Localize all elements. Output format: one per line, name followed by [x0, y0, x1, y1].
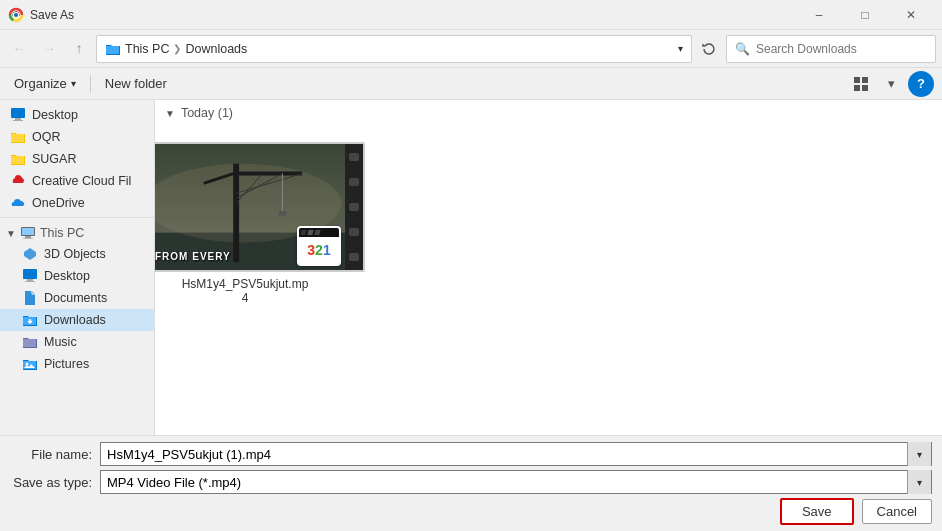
sidebar: Desktop 📌 ⌃ OQR SUGAR Creativ [0, 100, 155, 435]
sidebar-label-music: Music [44, 335, 77, 349]
sidebar-label-desktop: Desktop [32, 108, 78, 122]
close-button[interactable]: ✕ [888, 0, 934, 30]
svg-rect-30 [278, 211, 286, 216]
view-toggle-button[interactable] [848, 71, 874, 97]
sidebar-item-desktop2[interactable]: Desktop [0, 265, 154, 287]
app-icon [8, 7, 24, 23]
svg-point-4 [14, 13, 18, 17]
bottom-area: File name: ▾ Save as type: ▾ Save Cancel [0, 435, 942, 531]
film-hole [349, 153, 359, 161]
organize-label: Organize [14, 76, 67, 91]
search-input[interactable] [756, 42, 927, 56]
svg-rect-10 [15, 118, 21, 120]
sidebar-item-pictures[interactable]: Pictures [0, 353, 154, 375]
badge-1: 1 [323, 243, 331, 257]
refresh-button[interactable] [696, 36, 722, 62]
film-hole [349, 203, 359, 211]
svg-rect-5 [854, 77, 860, 83]
sidebar-label-creative-cloud: Creative Cloud Fil [32, 174, 131, 188]
svg-rect-23 [233, 164, 239, 262]
sidebar-label-oqr: OQR [32, 130, 60, 144]
svg-rect-7 [854, 85, 860, 91]
sidebar-label-downloads: Downloads [44, 313, 106, 327]
sidebar-item-3d-objects[interactable]: 3D Objects [0, 243, 154, 265]
save-button[interactable]: Save [780, 498, 854, 525]
film-hole [349, 228, 359, 236]
sidebar-item-creative-cloud[interactable]: Creative Cloud Fil [0, 170, 154, 192]
sidebar-item-sugar[interactable]: SUGAR [0, 148, 154, 170]
new-folder-label: New folder [105, 76, 167, 91]
window-title: Save As [30, 8, 74, 22]
sidebar-divider-1 [0, 217, 154, 218]
sidebar-item-downloads[interactable]: Downloads [0, 309, 154, 331]
breadcrumb-bar[interactable]: This PC ❯ Downloads ▾ [96, 35, 692, 63]
sidebar-this-pc[interactable]: ▼ This PC [0, 221, 154, 243]
desktop2-icon [22, 268, 38, 284]
sidebar-label-3d-objects: 3D Objects [44, 247, 106, 261]
help-button[interactable]: ? [908, 71, 934, 97]
sidebar-label-pictures: Pictures [44, 357, 89, 371]
file-name-label: File name: [10, 447, 100, 462]
forward-button[interactable]: → [36, 36, 62, 62]
organize-button[interactable]: Organize ▾ [8, 72, 82, 95]
svg-rect-16 [23, 269, 37, 279]
toolbar-separator [90, 75, 91, 93]
action-row: Save Cancel [10, 498, 932, 525]
sidebar-label-desktop2: Desktop [44, 269, 90, 283]
onedrive-icon [10, 195, 26, 211]
save-type-dropdown[interactable]: ▾ [907, 470, 931, 494]
minimize-button[interactable]: – [796, 0, 842, 30]
svg-rect-18 [25, 281, 35, 282]
svg-rect-14 [25, 236, 31, 238]
organize-dropdown-icon: ▾ [71, 78, 76, 89]
group-label: Today (1) [181, 106, 233, 120]
breadcrumb-sep-1: ❯ [173, 43, 181, 54]
badge-2: 2 [315, 243, 323, 257]
sidebar-item-desktop[interactable]: Desktop 📌 ⌃ [0, 104, 154, 126]
sidebar-label-onedrive: OneDrive [32, 196, 85, 210]
title-bar: Save As – □ ✕ [0, 0, 942, 30]
save-type-input[interactable] [101, 471, 907, 493]
file-name-row: File name: ▾ [10, 442, 932, 466]
up-button[interactable]: ↑ [66, 36, 92, 62]
film-hole [349, 178, 359, 186]
file-name-input-wrap: ▾ [100, 442, 932, 466]
sidebar-item-documents[interactable]: Documents [0, 287, 154, 309]
group-header-today[interactable]: ▼ Today (1) [155, 100, 942, 126]
toolbar: Organize ▾ New folder ▾ ? [0, 68, 942, 100]
sidebar-item-music[interactable]: Music [0, 331, 154, 353]
svg-rect-9 [11, 108, 25, 118]
svg-rect-13 [22, 228, 34, 235]
desktop-icon [10, 107, 26, 123]
svg-rect-6 [862, 77, 868, 83]
sugar-folder-icon [10, 151, 26, 167]
view-dropdown-button[interactable]: ▾ [878, 71, 904, 97]
main-area: Desktop 📌 ⌃ OQR SUGAR Creativ [0, 100, 942, 435]
back-button[interactable]: ← [6, 36, 32, 62]
svg-rect-8 [862, 85, 868, 91]
music-icon [22, 334, 38, 350]
file-name-input[interactable] [101, 443, 907, 465]
search-icon: 🔍 [735, 42, 750, 56]
save-type-row: Save as type: ▾ [10, 470, 932, 494]
sidebar-item-onedrive[interactable]: OneDrive [0, 192, 154, 214]
new-folder-button[interactable]: New folder [99, 72, 173, 95]
file-item-video[interactable]: FROM EVERY [175, 136, 315, 311]
sidebar-item-oqr[interactable]: OQR [0, 126, 154, 148]
video-text-overlay: FROM EVERY [155, 251, 231, 262]
breadcrumb-dropdown-icon[interactable]: ▾ [678, 43, 683, 54]
file-name-dropdown[interactable]: ▾ [907, 442, 931, 466]
breadcrumb-this-pc[interactable]: This PC [125, 42, 169, 56]
breadcrumb-downloads[interactable]: Downloads [185, 42, 247, 56]
save-type-input-wrap: ▾ [100, 470, 932, 494]
documents-icon [22, 290, 38, 306]
group-chevron: ▼ [165, 108, 175, 119]
cancel-button[interactable]: Cancel [862, 499, 932, 524]
file-grid: FROM EVERY [155, 126, 942, 321]
3d-objects-icon [22, 246, 38, 262]
maximize-button[interactable]: □ [842, 0, 888, 30]
badge-3: 3 [307, 243, 315, 257]
toolbar-right: ▾ ? [848, 71, 934, 97]
this-pc-chevron: ▼ [6, 228, 16, 239]
view-icon [853, 76, 869, 92]
